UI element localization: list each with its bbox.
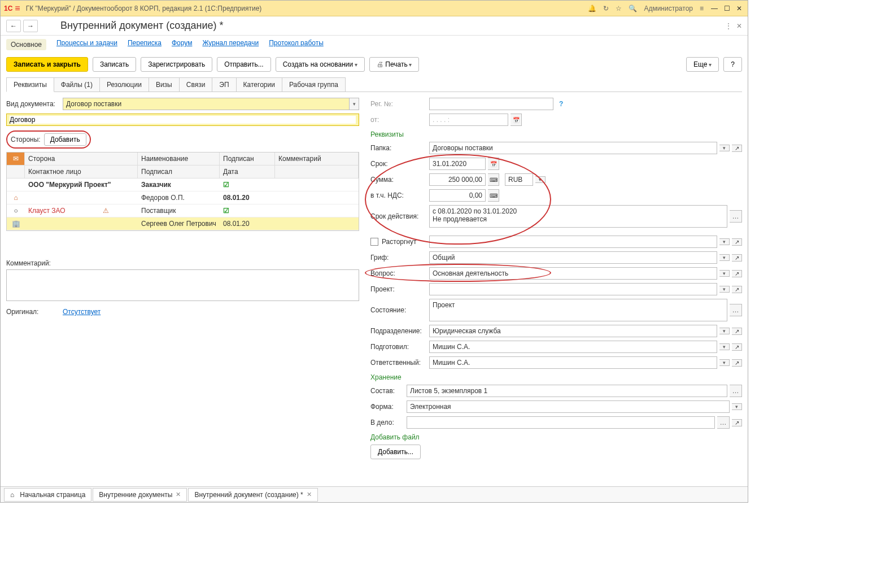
prepared-open-icon[interactable]: ↗ [732,343,742,351]
calculator-icon[interactable]: ⌨ [488,173,499,186]
project-input[interactable] [429,283,717,295]
navlink-protocol[interactable]: Протокол работы [269,39,324,50]
form-input[interactable]: Электронная [407,400,730,413]
add-party-button[interactable]: Добавить [44,133,86,146]
case-input[interactable] [407,416,715,429]
send-button[interactable]: Отправить... [217,57,271,72]
close-page-icon[interactable]: ✕ [736,22,742,30]
maximize-btn[interactable]: ☐ [722,3,732,14]
doc-title-input[interactable] [6,114,359,126]
user-label[interactable]: Администратор [644,5,693,12]
department-open-icon[interactable]: ↗ [732,328,742,335]
help-icon[interactable]: ? [559,100,563,108]
tab-requisites[interactable]: Реквизиты [6,77,54,92]
navlink-transfer-log[interactable]: Журнал передачи [202,39,259,50]
ellipsis-icon[interactable]: … [717,416,730,429]
close-icon[interactable]: ✕ [307,491,312,498]
terminated-open-icon[interactable]: ↗ [732,238,742,246]
tab-resolutions[interactable]: Резолюции [99,77,149,92]
history-icon[interactable]: ↻ [603,5,609,12]
comment-textarea[interactable] [6,269,359,301]
responsible-open-icon[interactable]: ↗ [732,359,742,367]
bottom-tab-docs[interactable]: Внутренние документы✕ [93,488,187,502]
navlink-forum[interactable]: Форум [172,39,192,50]
navlink-correspondence[interactable]: Переписка [128,39,162,50]
sum-input[interactable]: 250 000,00 [429,173,486,186]
folder-input[interactable]: Договоры поставки [429,142,717,154]
responsible-input[interactable]: Мишин С.А. [429,356,717,369]
form-dropdown-icon[interactable]: ▾ [732,403,742,410]
from-input[interactable]: . . . . : [429,114,508,126]
case-open-icon[interactable]: ↗ [732,419,742,426]
tab-visas[interactable]: Визы [149,77,180,92]
nav-forward-button[interactable]: → [23,20,38,32]
table-row[interactable]: ООО "Меркурий Проект" Заказчик ☑ [7,178,359,191]
responsible-dropdown-icon[interactable]: ▾ [719,359,730,366]
question-open-icon[interactable]: ↗ [732,270,742,277]
project-open-icon[interactable]: ↗ [732,286,742,293]
hamburger-icon[interactable]: ≡ [15,3,20,14]
close-btn[interactable]: ✕ [734,3,744,14]
save-button[interactable]: Записать [93,57,136,72]
state-input[interactable]: Проект [429,299,727,321]
minimize-btn[interactable]: — [709,3,719,14]
add-file-button[interactable]: Добавить... [370,445,421,459]
original-link[interactable]: Отсутствует [63,308,101,316]
classification-input[interactable]: Общий [429,251,717,264]
settings-icon[interactable]: ≡ [700,5,704,12]
prepared-input[interactable]: Мишин С.А. [429,341,717,353]
calendar-icon[interactable]: 📅 [488,158,499,170]
print-button[interactable]: 🖨 Печать [369,57,419,72]
more-button[interactable]: Еще [686,57,719,72]
term-input[interactable]: 31.01.2020 [429,158,486,170]
tab-categories[interactable]: Категории [236,77,282,92]
classification-dropdown-icon[interactable]: ▾ [719,254,730,261]
composition-input[interactable]: Листов 5, экземпляров 1 [407,385,727,397]
register-button[interactable]: Зарегистрировать [141,57,212,72]
kebab-icon[interactable]: ⋮ [725,22,732,30]
folder-dropdown-icon[interactable]: ▾ [719,145,730,151]
question-dropdown-icon[interactable]: ▾ [719,270,730,277]
terminated-dropdown-icon[interactable]: ▾ [719,238,730,245]
navlink-main[interactable]: Основное [6,39,46,50]
currency-dropdown-icon[interactable]: ▾ [535,176,546,183]
ellipsis-icon[interactable]: … [730,385,742,397]
regno-input[interactable] [429,98,553,110]
calendar-icon[interactable]: 📅 [511,114,522,126]
validity-input[interactable]: с 08.01.2020 по 31.01.2020 Не продлевает… [429,205,727,228]
table-row[interactable]: 🏢 Сергеев Олег Петрович 08.01.20 [7,217,359,230]
nav-back-button[interactable]: ← [6,20,21,32]
star-icon[interactable]: ☆ [616,5,622,12]
prepared-dropdown-icon[interactable]: ▾ [719,343,730,350]
tab-links[interactable]: Связи [179,77,213,92]
vat-input[interactable]: 0,00 [429,189,486,202]
project-dropdown-icon[interactable]: ▾ [719,286,730,293]
tab-files[interactable]: Файлы (1) [54,77,100,92]
question-input[interactable]: Основная деятельность [429,267,717,280]
table-row[interactable]: ⌂ Федоров О.П. 08.01.20 [7,191,359,204]
help-button[interactable]: ? [723,57,742,72]
table-row[interactable]: ○ Клауст ЗАО ⚠ Поставщик ☑ [7,204,359,217]
currency-input[interactable]: RUB [505,173,533,186]
ellipsis-icon[interactable]: … [730,304,742,316]
doc-type-dropdown-icon[interactable]: ▾ [349,98,359,110]
department-input[interactable]: Юридическая служба [429,325,717,337]
folder-open-icon[interactable]: ↗ [732,145,742,152]
tab-workgroup[interactable]: Рабочая группа [282,77,346,92]
bottom-tab-home[interactable]: Начальная страница [4,488,91,502]
terminated-input[interactable] [429,236,717,248]
save-close-button[interactable]: Записать и закрыть [6,57,88,72]
close-icon[interactable]: ✕ [176,491,181,498]
calculator-icon[interactable]: ⌨ [488,189,499,202]
tab-ep[interactable]: ЭП [212,77,236,92]
ellipsis-icon[interactable]: … [730,210,742,223]
search-icon[interactable]: 🔍 [629,5,637,12]
bottom-tab-current[interactable]: Внутренний документ (создание) *✕ [188,488,317,502]
navlink-processes[interactable]: Процессы и задачи [56,39,117,50]
department-dropdown-icon[interactable]: ▾ [719,328,730,334]
terminated-checkbox[interactable] [370,238,378,246]
doc-type-input[interactable]: Договор поставки [63,98,349,110]
classification-open-icon[interactable]: ↗ [732,254,742,262]
create-based-button[interactable]: Создать на основании [276,57,365,72]
bell-icon[interactable]: 🔔 [588,5,596,12]
